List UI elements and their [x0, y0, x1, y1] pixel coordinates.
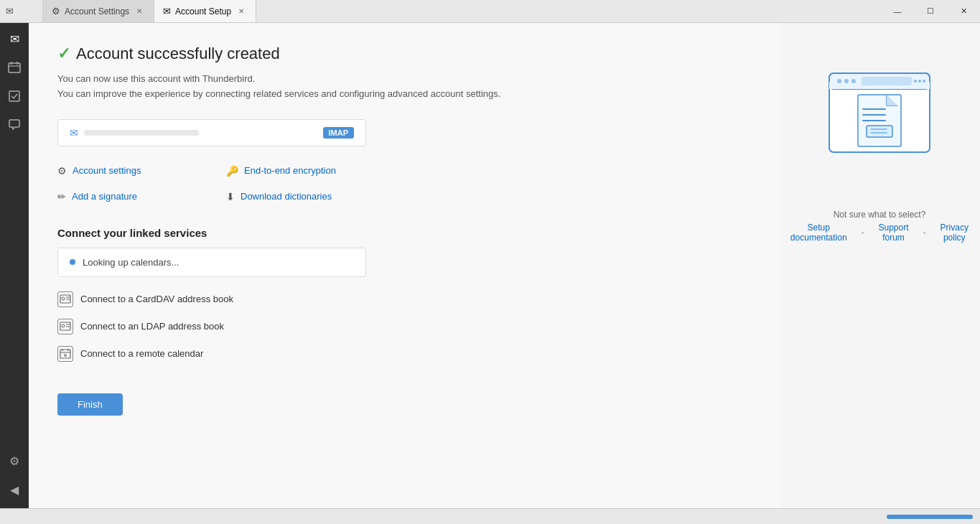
- help-links: Setup documentation - Support forum - Pr…: [779, 223, 980, 243]
- sidebar-icon-calendar[interactable]: [1, 55, 27, 80]
- setup-doc-link[interactable]: Setup documentation: [779, 223, 858, 243]
- svg-rect-33: [867, 126, 892, 137]
- ldap-label: Connect to an LDAP address book: [80, 321, 224, 332]
- sidebar-icon-collapse[interactable]: ◀: [1, 477, 27, 502]
- desc-line2: You can improve the experience by connec…: [57, 88, 500, 99]
- account-setup-tab-close[interactable]: ✕: [235, 6, 247, 17]
- account-setup-tab-label: Account Setup: [175, 6, 231, 17]
- success-title: Account successfully created: [76, 45, 280, 63]
- first-tab[interactable]: ✉: [0, 0, 43, 22]
- maximize-button[interactable]: ☐: [914, 0, 947, 23]
- remote-calendar-link[interactable]: Connect to a remote calendar: [57, 340, 750, 368]
- svg-point-27: [923, 80, 925, 83]
- svg-point-26: [918, 80, 921, 83]
- svg-rect-24: [862, 77, 912, 85]
- account-settings-link-icon: ⚙: [57, 165, 67, 177]
- status-bar: [0, 508, 980, 524]
- carddav-icon: [57, 291, 73, 307]
- add-signature-link-icon: ✏: [57, 191, 66, 202]
- account-card: ✉ IMAP: [57, 119, 366, 146]
- desc-line1: You can now use this account with Thunde…: [57, 73, 255, 84]
- ldap-icon: [57, 319, 73, 334]
- success-check-icon: ✓: [57, 45, 70, 63]
- finish-button[interactable]: Finish: [57, 393, 123, 416]
- app-icon: ✉: [6, 6, 14, 17]
- svg-point-22: [844, 79, 849, 83]
- svg-point-10: [62, 324, 65, 327]
- help-sep-1: -: [861, 228, 864, 238]
- success-description: You can now use this account with Thunde…: [57, 72, 750, 102]
- download-dicts-link-icon: ⬇: [226, 191, 235, 202]
- carddav-label: Connect to a CardDAV address book: [80, 294, 233, 304]
- status-progress-bar: [887, 515, 973, 519]
- connect-services-section: Connect your linked services Looking up …: [57, 227, 750, 368]
- download-dicts-link-label: Download dictionaries: [241, 191, 332, 202]
- ldap-link[interactable]: Connect to an LDAP address book: [57, 313, 750, 340]
- carddav-link[interactable]: Connect to a CardDAV address book: [57, 286, 750, 313]
- content-area: ✓ Account successfully created You can n…: [29, 23, 980, 508]
- sidebar: ✉ ⚙ ◀: [0, 23, 29, 508]
- account-settings-link-label: Account settings: [73, 165, 141, 176]
- svg-point-23: [851, 79, 856, 83]
- svg-rect-4: [9, 91, 19, 101]
- sidebar-icon-chat[interactable]: [1, 112, 27, 138]
- success-header: ✓ Account successfully created: [57, 45, 750, 63]
- svg-point-25: [914, 80, 917, 83]
- tab-bar: ✉ ⚙ Account Settings ✕ ✉ Account Setup ✕: [0, 0, 881, 22]
- connect-services-title: Connect your linked services: [57, 227, 750, 239]
- sidebar-icon-tasks[interactable]: [1, 83, 27, 109]
- title-bar: ✉ ⚙ Account Settings ✕ ✉ Account Setup ✕…: [0, 0, 980, 23]
- help-sep-2: -: [923, 228, 926, 238]
- account-settings-tab-label: Account Settings: [65, 6, 129, 17]
- window-controls: — ☐ ✕: [881, 0, 980, 22]
- tab-account-settings[interactable]: ⚙ Account Settings ✕: [43, 0, 154, 22]
- end-to-end-link[interactable]: 🔑 End-to-end encryption: [226, 161, 366, 181]
- not-sure-text: Not sure what to select?: [779, 210, 980, 220]
- svg-point-6: [62, 297, 65, 300]
- loading-dot: [70, 259, 75, 265]
- account-email-text: [84, 130, 199, 136]
- privacy-policy-link[interactable]: Privacy policy: [929, 223, 980, 243]
- download-dicts-link[interactable]: ⬇ Download dictionaries: [226, 187, 366, 207]
- close-button[interactable]: ✕: [947, 0, 980, 23]
- account-settings-link[interactable]: ⚙ Account settings: [57, 161, 197, 181]
- browser-illustration: [822, 66, 937, 167]
- svg-rect-0: [9, 63, 20, 72]
- account-settings-tab-icon: ⚙: [52, 6, 60, 17]
- loading-text: Looking up calendars...: [83, 257, 179, 268]
- support-forum-link[interactable]: Support forum: [867, 223, 920, 243]
- add-signature-link-label: Add a signature: [72, 191, 137, 202]
- minimize-button[interactable]: —: [881, 0, 914, 23]
- app-body: ✉ ⚙ ◀: [0, 23, 980, 508]
- tab-account-setup[interactable]: ✉ Account Setup ✕: [154, 0, 256, 22]
- sidebar-icon-email[interactable]: ✉: [1, 26, 27, 52]
- account-setup-tab-icon: ✉: [163, 6, 171, 17]
- help-section: Not sure what to select? Setup documenta…: [779, 210, 980, 257]
- account-settings-tab-close[interactable]: ✕: [134, 6, 145, 17]
- account-card-left: ✉: [70, 127, 199, 139]
- add-signature-link[interactable]: ✏ Add a signature: [57, 187, 197, 207]
- illustration-area: Not sure what to select? Setup documenta…: [779, 23, 980, 508]
- sidebar-icon-settings[interactable]: ⚙: [1, 448, 27, 474]
- action-links: ⚙ Account settings 🔑 End-to-end encrypti…: [57, 161, 366, 207]
- main-content: ✓ Account successfully created You can n…: [29, 23, 779, 508]
- remote-calendar-label: Connect to a remote calendar: [80, 348, 203, 359]
- end-to-end-link-icon: 🔑: [226, 165, 238, 177]
- svg-point-17: [65, 354, 67, 356]
- imap-badge: IMAP: [323, 127, 355, 139]
- sidebar-bottom: ⚙ ◀: [1, 448, 27, 502]
- end-to-end-link-label: End-to-end encryption: [244, 165, 336, 176]
- svg-point-21: [837, 79, 841, 83]
- account-email-icon: ✉: [70, 127, 78, 139]
- remote-calendar-icon: [57, 346, 73, 362]
- loading-bar: Looking up calendars...: [57, 248, 366, 277]
